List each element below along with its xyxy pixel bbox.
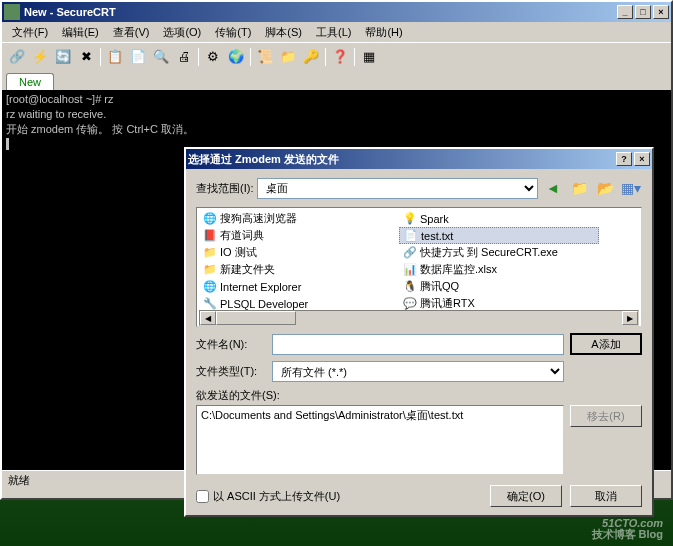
rtx-icon: 💬	[403, 297, 417, 311]
send-files-label: 欲发送的文件(S):	[196, 389, 280, 401]
file-item[interactable]: 💡Spark	[399, 210, 599, 227]
menu-transfer[interactable]: 传输(T)	[209, 23, 257, 42]
tb-connect-icon[interactable]: 🔗	[6, 46, 28, 68]
ok-button[interactable]: 确定(O)	[490, 485, 562, 507]
qq-icon: 🐧	[403, 280, 417, 294]
tb-session-icon[interactable]: ⚙	[202, 46, 224, 68]
file-item[interactable]: 📁IO 测试	[199, 244, 399, 261]
plsql-icon: 🔧	[203, 297, 217, 311]
file-item[interactable]: 📊数据库监控.xlsx	[399, 261, 599, 278]
file-item[interactable]: 📕有道词典	[199, 227, 399, 244]
filename-label: 文件名(N):	[196, 337, 266, 352]
send-file-path[interactable]: C:\Documents and Settings\Administrator\…	[201, 408, 559, 423]
back-icon[interactable]: ◄	[542, 177, 564, 199]
tb-key-icon[interactable]: 🔑	[300, 46, 322, 68]
terminal-line: 开始 zmodem 传输。 按 Ctrl+C 取消。	[6, 123, 194, 135]
new-folder-icon[interactable]: 📂	[594, 177, 616, 199]
h-scrollbar[interactable]: ◀ ▶	[199, 310, 639, 326]
menu-file[interactable]: 文件(F)	[6, 23, 54, 42]
file-item[interactable]: 🐧腾讯QQ	[399, 278, 599, 295]
tb-quick-icon[interactable]: ⚡	[29, 46, 51, 68]
cancel-button[interactable]: 取消	[570, 485, 642, 507]
zmodem-dialog: 选择通过 Zmodem 发送的文件 ? × 查找范围(I): 桌面 ◄ 📁 📂 …	[184, 147, 654, 517]
separator	[325, 48, 326, 66]
menu-options[interactable]: 选项(O)	[157, 23, 207, 42]
separator	[250, 48, 251, 66]
tb-reconnect-icon[interactable]: 🔄	[52, 46, 74, 68]
menu-help[interactable]: 帮助(H)	[359, 23, 408, 42]
window-title: New - SecureCRT	[24, 6, 617, 18]
tab-new[interactable]: New	[6, 73, 54, 90]
filename-input[interactable]	[272, 334, 564, 355]
separator	[354, 48, 355, 66]
file-item[interactable]: 📁新建文件夹	[199, 261, 399, 278]
cursor	[6, 138, 9, 150]
send-files-list[interactable]: C:\Documents and Settings\Administrator\…	[196, 405, 564, 475]
file-list[interactable]: 🌐搜狗高速浏览器 📕有道词典 📁IO 测试 📁新建文件夹 🌐Internet E…	[196, 207, 642, 327]
tb-script-icon[interactable]: 📜	[254, 46, 276, 68]
ie-icon: 🌐	[203, 280, 217, 294]
shortcut-icon: 🔗	[403, 246, 417, 260]
tb-help-icon[interactable]: ❓	[329, 46, 351, 68]
separator	[100, 48, 101, 66]
close-button[interactable]: ×	[653, 5, 669, 19]
tb-find-icon[interactable]: 🔍	[150, 46, 172, 68]
menu-view[interactable]: 查看(V)	[107, 23, 156, 42]
menu-script[interactable]: 脚本(S)	[259, 23, 308, 42]
tabbar: New	[2, 70, 671, 90]
xlsx-icon: 📊	[403, 263, 417, 277]
tb-copy-icon[interactable]: 📋	[104, 46, 126, 68]
app-icon	[4, 4, 20, 20]
separator	[198, 48, 199, 66]
ascii-checkbox-label[interactable]: 以 ASCII 方式上传文件(U)	[196, 489, 340, 504]
file-item[interactable]: 🌐搜狗高速浏览器	[199, 210, 399, 227]
file-item-selected[interactable]: 📄test.txt	[399, 227, 599, 244]
terminal-line: rz waiting to receive.	[6, 108, 106, 120]
remove-button[interactable]: 移去(R)	[570, 405, 642, 427]
dict-icon: 📕	[203, 229, 217, 243]
tb-tile-icon[interactable]: ▦	[358, 46, 380, 68]
watermark: 51CTO.com 技术博客 Blog	[592, 518, 664, 540]
titlebar[interactable]: New - SecureCRT _ □ ×	[2, 2, 671, 22]
terminal-line: [root@localhost ~]# rz	[6, 93, 113, 105]
file-item[interactable]: 🌐Internet Explorer	[199, 278, 399, 295]
menu-tools[interactable]: 工具(L)	[310, 23, 357, 42]
look-in-select[interactable]: 桌面	[257, 178, 538, 199]
dialog-title: 选择通过 Zmodem 发送的文件	[188, 152, 616, 167]
up-icon[interactable]: 📁	[568, 177, 590, 199]
tb-disconnect-icon[interactable]: ✖	[75, 46, 97, 68]
view-mode-icon[interactable]: ▦▾	[620, 177, 642, 199]
scroll-left-icon[interactable]: ◀	[200, 311, 216, 325]
status-text: 就绪	[8, 473, 30, 488]
filetype-select[interactable]: 所有文件 (*.*)	[272, 361, 564, 382]
minimize-button[interactable]: _	[617, 5, 633, 19]
spark-icon: 💡	[403, 212, 417, 226]
look-in-label: 查找范围(I):	[196, 181, 253, 196]
menu-edit[interactable]: 编辑(E)	[56, 23, 105, 42]
maximize-button[interactable]: □	[635, 5, 651, 19]
scroll-right-icon[interactable]: ▶	[622, 311, 638, 325]
tb-global-icon[interactable]: 🌍	[225, 46, 247, 68]
file-item[interactable]: 🔗快捷方式 到 SecureCRT.exe	[399, 244, 599, 261]
dialog-titlebar[interactable]: 选择通过 Zmodem 发送的文件 ? ×	[186, 149, 652, 169]
add-button[interactable]: A添加	[570, 333, 642, 355]
tb-paste-icon[interactable]: 📄	[127, 46, 149, 68]
folder-icon: 📁	[203, 246, 217, 260]
ascii-checkbox[interactable]	[196, 490, 209, 503]
tb-print-icon[interactable]: 🖨	[173, 46, 195, 68]
toolbar: 🔗 ⚡ 🔄 ✖ 📋 📄 🔍 🖨 ⚙ 🌍 📜 📁 🔑 ❓ ▦	[2, 42, 671, 70]
filetype-label: 文件类型(T):	[196, 364, 266, 379]
tb-ftp-icon[interactable]: 📁	[277, 46, 299, 68]
scroll-thumb[interactable]	[216, 311, 296, 325]
txt-icon: 📄	[404, 229, 418, 243]
dialog-close-button[interactable]: ×	[634, 152, 650, 166]
dialog-help-button[interactable]: ?	[616, 152, 632, 166]
browser-icon: 🌐	[203, 212, 217, 226]
folder-icon: 📁	[203, 263, 217, 277]
menubar: 文件(F) 编辑(E) 查看(V) 选项(O) 传输(T) 脚本(S) 工具(L…	[2, 22, 671, 42]
